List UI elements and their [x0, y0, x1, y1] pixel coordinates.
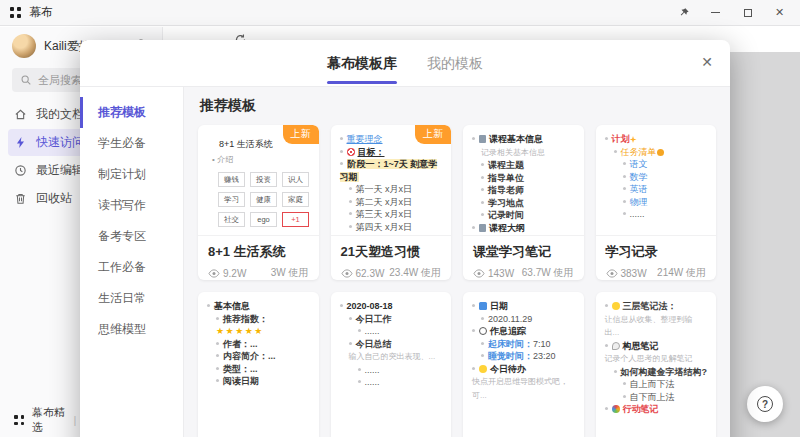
card-title: 课堂学习笔记 — [473, 243, 574, 261]
preview-cell: 识人 — [282, 172, 309, 187]
bullet-icon — [605, 304, 608, 307]
featured-brand: 幕布精选 — [32, 405, 67, 435]
tab-my-templates[interactable]: 我的模板 — [427, 55, 483, 73]
preview-line: 作者：... — [216, 338, 310, 351]
preview-line: ...... — [358, 364, 443, 377]
template-card[interactable]: 上新 重要理念目标：阶段一：1~7天 刻意学习期第一天 x月x日第二天 x月x日… — [331, 125, 452, 280]
preview-line: 第三天 x月x日 — [349, 208, 443, 221]
bullet-icon — [623, 162, 626, 165]
bullet-icon — [340, 137, 343, 140]
sidebar-item-label: 快速访问 — [36, 134, 84, 151]
search-icon — [20, 74, 32, 86]
bullet-icon — [623, 395, 626, 398]
card-title: 21天塑造习惯 — [341, 243, 442, 261]
preview-text: 今日待办 — [490, 364, 526, 374]
bullet-icon — [623, 187, 626, 190]
avatar[interactable] — [12, 34, 36, 58]
preview-text: 2020-08-18 — [347, 301, 393, 311]
bullet-icon — [340, 304, 343, 307]
preview-line: 阶段一：1~7天 刻意学习期 — [340, 158, 443, 183]
preview-line: 类型：... — [216, 363, 310, 376]
bullet-icon — [349, 342, 352, 345]
template-card[interactable]: 三层笔记法：让信息从收集、整理到输出...构思笔记记录个人思考的见解笔记如何构建… — [596, 292, 717, 437]
bullet-icon — [614, 150, 617, 153]
target-icon — [347, 148, 355, 156]
footer-divider: | — [73, 414, 76, 426]
bullet-icon — [481, 188, 484, 191]
preview-line: 输入自己的突出表现、... — [349, 350, 443, 364]
bulb-icon — [479, 365, 487, 373]
preview-cell: 家庭 — [282, 192, 309, 207]
preview-text: 行动笔记 — [623, 404, 659, 414]
preview-text: 7:10 — [533, 339, 551, 349]
category-item-work[interactable]: 工作必备 — [80, 252, 183, 283]
preview-cell: 学习 — [218, 192, 245, 207]
preview-text: 快点开启思维导图模式吧，可... — [472, 377, 568, 400]
template-card[interactable]: 日期2020.11.29作息追踪起床时间：7:10睡觉时间：23:20今日待办快… — [463, 292, 584, 437]
category-item-reading-writing[interactable]: 读书写作 — [80, 190, 183, 221]
template-card[interactable]: 上新 8+1 生活系统• 介绍赚钱投资识人学习健康家庭社交ego+1 8+1 生… — [198, 125, 319, 280]
preview-text: 记录时间 — [488, 210, 524, 220]
template-card[interactable]: 计划任务清单语文数学英语物理...... 学习记录 383W 214W 使用 — [596, 125, 717, 280]
close-icon[interactable]: ✕ — [701, 54, 713, 70]
category-item-students[interactable]: 学生必备 — [80, 128, 183, 159]
preview-line: 英语 — [623, 183, 708, 196]
help-button[interactable]: ? — [747, 386, 783, 422]
bullet-icon — [349, 200, 352, 203]
views-eye-icon — [606, 269, 618, 278]
bullet-icon — [349, 317, 352, 320]
bullet-icon — [481, 342, 484, 345]
new-badge: 上新 — [283, 125, 319, 144]
card-views: 143W — [488, 268, 514, 279]
category-item-exam-prep[interactable]: 备考专区 — [80, 221, 183, 252]
card-uses: 63.7W 使用 — [522, 266, 574, 280]
card-preview: 三层笔记法：让信息从收集、整理到输出...构思笔记记录个人思考的见解笔记如何构建… — [596, 292, 717, 416]
preview-line: ...... — [358, 376, 443, 389]
preview-text: 第四天 x月x日 — [356, 222, 413, 232]
minimize-button[interactable] — [709, 6, 722, 19]
clock-icon — [14, 164, 27, 177]
preview-line: 学习地点 — [481, 197, 575, 210]
bullet-icon — [472, 226, 475, 229]
template-card[interactable]: 2020-08-18今日工作......今日总结输入自己的突出表现、......… — [331, 292, 452, 437]
preview-line: 指导老师 — [481, 184, 575, 197]
category-item-daily-life[interactable]: 生活日常 — [80, 283, 183, 314]
preview-text: 23:20 — [533, 351, 556, 361]
preview-line: ...... — [623, 208, 708, 221]
preview-line: 2020.11.29 — [481, 313, 575, 326]
maximize-button[interactable] — [741, 6, 754, 19]
card-preview: 日期2020.11.29作息追踪起床时间：7:10睡觉时间：23:20今日待办快… — [463, 292, 584, 402]
category-item-thinking-models[interactable]: 思维模型 — [80, 314, 183, 345]
question-mark-icon: ? — [757, 396, 773, 412]
views-eye-icon — [341, 269, 353, 278]
pin-window-icon[interactable] — [677, 6, 690, 19]
template-card[interactable]: 基本信息推荐指数：★★★★★作者：...内容简介：...类型：...阅读日期 — [198, 292, 319, 437]
section-title: 推荐模板 — [200, 97, 716, 115]
preview-line: 课程基本信息 — [472, 133, 575, 146]
bullet-icon — [472, 367, 475, 370]
bullet-icon — [340, 150, 343, 153]
preview-line: 基本信息 — [207, 300, 310, 313]
category-item-recommended[interactable]: 推荐模板 — [80, 97, 183, 128]
preview-line: 课程大纲 — [472, 222, 575, 235]
bullet-icon — [481, 354, 484, 357]
preview-text: 睡觉时间： — [488, 351, 533, 361]
preview-cell: +1 — [282, 212, 309, 227]
bulb-icon — [612, 302, 620, 310]
preview-text: 如何构建金字塔结构? — [621, 367, 708, 377]
preview-text: ...... — [365, 365, 380, 375]
preview-line: 记录个人思考的见解笔记 — [605, 352, 708, 366]
template-card[interactable]: 课程基本信息记录相关基本信息课程主题指导单位指导老师学习地点记录时间课程大纲 课… — [463, 125, 584, 280]
preview-text: 语文 — [630, 159, 648, 169]
preview-line: 记录相关基本信息 — [481, 146, 575, 160]
preview-text: 课程基本信息 — [489, 134, 543, 144]
preview-text: 类型：... — [223, 364, 258, 374]
bullet-icon — [481, 163, 484, 166]
lightning-icon — [14, 136, 27, 149]
preview-line: 今日总结 — [349, 338, 443, 351]
close-window-button[interactable]: ✕ — [773, 6, 786, 19]
card-uses: 214W 使用 — [657, 266, 706, 280]
category-item-planning[interactable]: 制定计划 — [80, 159, 183, 190]
tab-template-library[interactable]: 幕布模板库 — [327, 55, 397, 84]
preview-line: 内容简介：... — [216, 350, 310, 363]
